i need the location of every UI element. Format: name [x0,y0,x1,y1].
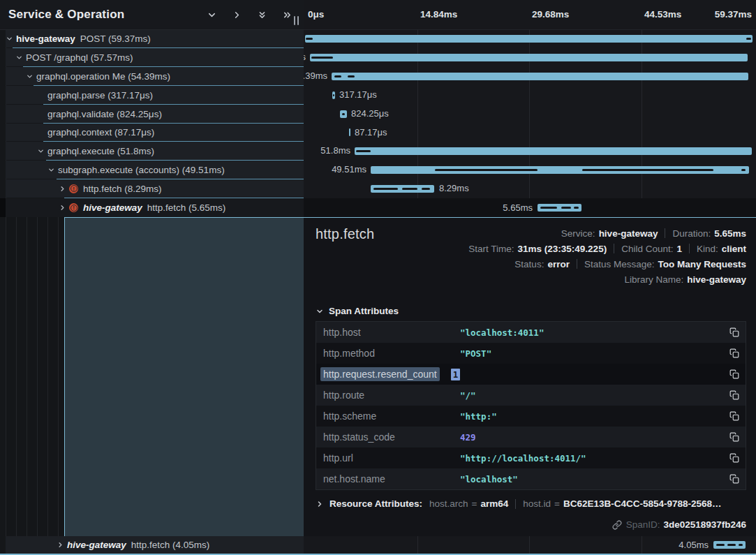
attribute-row: http.route"/" [316,385,746,406]
indent-guide-line [58,217,59,536]
span-tree-row[interactable]: hive-gatewayhttp.fetch (4.05ms) [6,536,304,554]
chevron-down-icon[interactable] [47,166,55,174]
span-duration-label: 4.05ms [679,536,709,554]
span-bar-child-marker [582,169,713,171]
span-bar[interactable] [332,73,748,80]
chevron-right-icon[interactable] [59,185,66,193]
span-attributes-table: http.host"localhost:4011"http.method"POS… [316,321,746,490]
chevron-right-icon[interactable] [57,541,64,549]
meta-label: Status Message: [584,259,655,269]
attribute-key: http.status_code [316,431,460,443]
meta-label: Start Time: [468,244,514,254]
waterfall-row: 824.25μs [304,105,756,123]
span-duration-label: 49.51ms [332,161,366,179]
span-meta-line: Status:errorStatus Message:Too Many Requ… [514,256,746,272]
chevron-right-icon[interactable] [59,204,66,212]
span-operation-name: graphql.validate (824.25μs) [47,109,162,119]
attribute-value: 429 [460,432,476,443]
waterfall-row: 87.17μs [304,124,756,141]
span-tree-row[interactable]: http.fetch (8.29ms) [6,179,304,198]
span-tree-row[interactable]: graphql.execute (51.8ms) [6,142,304,160]
copy-icon[interactable] [729,348,739,358]
attribute-value: "http:" [460,411,497,422]
span-bar-child-marker [422,188,430,190]
span-duration-label: 317.17μs [339,86,377,104]
span-bar-child-marker [540,207,557,209]
attribute-key: http.host [316,327,460,338]
copy-icon[interactable] [729,411,739,421]
span-id-value: 3de02518937fb246 [663,519,746,530]
attribute-row: http.request.resend_count1 [316,364,746,385]
span-bar-child-marker [311,57,333,59]
span-tree-row[interactable]: hive-gatewayhttp.fetch (5.65ms) [6,198,304,217]
span-bar[interactable] [355,147,752,155]
resource-attributes[interactable]: Resource Attributes: host.arch=arm64host… [316,498,746,509]
copy-icon[interactable] [729,474,739,484]
selected-row-gutter-marker [0,198,6,217]
span-bar[interactable] [349,128,350,136]
span-bar-child-marker [574,207,579,209]
span-tree-row[interactable]: graphql.validate (824.25μs) [6,105,304,123]
chevron-down-icon[interactable] [37,147,45,155]
attribute-row: http.url"http://localhost:4011/" [316,447,746,468]
meta-value: hive-gateway [599,228,658,239]
span-operation-name: POST (59.37ms) [80,34,151,44]
span-operation-name: POST /graphql (57.57ms) [26,52,133,63]
waterfall-row: 4.05ms [304,536,756,554]
tree-row-border [23,66,304,67]
copy-icon[interactable] [729,369,739,379]
waterfall-row: 54.39ms [304,67,756,85]
span-tree-row[interactable]: graphql.context (87.17μs) [6,124,304,141]
meta-label: Child Count: [621,244,673,254]
span-attributes-header[interactable]: Span Attributes [316,306,399,316]
error-icon [69,184,78,193]
timeline-tick-label: 0μs [308,9,324,20]
attribute-value: "POST" [460,348,491,359]
attribute-value: "localhost" [460,474,518,484]
span-duration-label: 87.17μs [355,124,387,141]
chevron-down-icon[interactable] [6,35,13,43]
span-service-name: hive-gateway [67,540,126,550]
double-chevron-right-icon[interactable] [282,10,292,20]
attribute-row: http.host"localhost:4011" [316,322,746,343]
span-operation-name: http.fetch (5.65ms) [147,202,226,213]
attribute-key: http.url [316,452,460,464]
chevron-down-icon[interactable] [26,73,34,80]
panel-resize-handle[interactable] [294,16,299,25]
copy-icon[interactable] [729,390,739,400]
tree-row-border [46,160,304,161]
link-icon[interactable] [612,520,622,530]
timeline-tick-label: 29.68ms [532,9,569,20]
tree-panel-header: Service & Operation [0,0,304,30]
span-bar[interactable] [305,35,753,43]
meta-value: client [722,244,746,254]
panel-title: Service & Operation [8,8,124,22]
span-bar-child-marker [716,544,725,546]
equals-sign: = [472,498,477,509]
meta-divider [665,228,665,238]
indent-guide-line [37,217,38,536]
span-tree-row[interactable]: POST /graphql (57.57ms) [6,48,304,66]
span-bar[interactable] [310,54,748,61]
meta-value: error [547,259,570,269]
resource-key: host.arch [429,498,468,509]
span-tree-row[interactable]: graphql.parse (317.17μs) [6,86,304,104]
meta-divider [577,259,577,269]
span-tree-row[interactable]: hive-gatewayPOST (59.37ms) [6,29,304,47]
copy-icon[interactable] [729,432,739,442]
copy-icon[interactable] [729,453,739,463]
span-operation-name: graphql.execute (51.8ms) [47,146,154,156]
span-id-label: SpanID: [626,519,660,530]
attribute-value: "/" [460,390,476,401]
chevron-right-icon[interactable] [232,10,242,20]
copy-icon[interactable] [729,327,739,337]
span-tree-row[interactable]: graphql.operation Me (54.39ms) [6,67,304,85]
waterfall-row: 8.29ms [304,179,756,198]
span-meta-line: Library Name:hive-gateway [624,272,746,287]
chevron-down-icon[interactable] [207,10,217,20]
span-tree-panel: hive-gatewayPOST (59.37ms)POST /graphql … [0,0,304,555]
chevron-down-icon[interactable] [15,54,23,61]
span-tree-row[interactable]: subgraph.execute (accounts) (49.51ms) [6,161,304,179]
meta-divider [614,244,614,253]
double-chevron-down-icon[interactable] [257,10,267,20]
